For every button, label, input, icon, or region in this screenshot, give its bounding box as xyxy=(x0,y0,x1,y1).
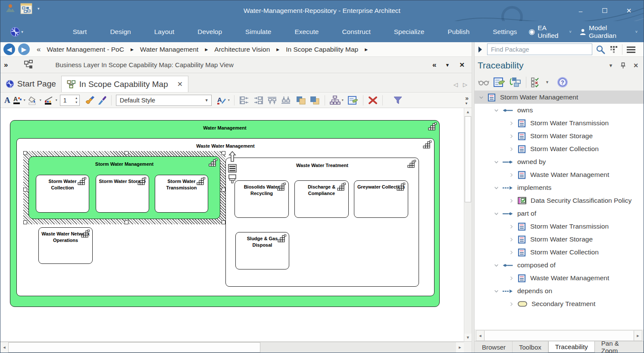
selection-handle[interactable] xyxy=(125,151,128,155)
selection-handle[interactable] xyxy=(23,188,27,192)
chevron-down-icon[interactable] xyxy=(493,211,499,217)
chevron-right-icon[interactable] xyxy=(508,133,514,139)
browse-grid-icon[interactable] xyxy=(609,45,619,54)
style-combobox[interactable]: Default Style▼ xyxy=(116,95,212,106)
breadcrumb-item[interactable]: Architecture Vision xyxy=(213,46,271,53)
chevron-right-icon[interactable] xyxy=(508,224,514,229)
minimize-button[interactable]: – xyxy=(569,2,593,19)
scroll-down-icon[interactable]: ▼ xyxy=(464,334,472,341)
tab-start-page[interactable]: Start Page xyxy=(0,76,61,92)
text-style-icon[interactable]: A ▾ xyxy=(216,96,230,105)
chevron-right-icon[interactable] xyxy=(508,146,514,152)
diagram-node-greywater-collection[interactable]: Greywater Collection xyxy=(354,180,408,218)
close-button[interactable]: ✕ xyxy=(617,2,641,19)
filter-icon[interactable] xyxy=(393,96,403,105)
send-back-icon[interactable] xyxy=(309,95,320,105)
panel-expand-icon[interactable] xyxy=(477,46,483,53)
horizontal-scroll-thumb[interactable] xyxy=(8,342,260,353)
chevron-down-icon[interactable] xyxy=(493,263,499,268)
bottom-tab-pan-zoom[interactable]: Pan & Zoom xyxy=(595,341,644,353)
bottom-tab-traceability[interactable]: Traceability xyxy=(548,341,595,353)
tree-item-owns[interactable]: owns xyxy=(475,104,644,117)
ribbon-tab-develop[interactable]: Develop xyxy=(186,24,234,40)
selection-handle[interactable] xyxy=(125,220,128,224)
selection-handle[interactable] xyxy=(23,151,27,155)
perspective-caret-icon[interactable]: ˅ xyxy=(569,30,572,34)
user-caret-icon[interactable]: ˅ xyxy=(635,30,638,34)
ribbon-tab-execute[interactable]: Execute xyxy=(283,24,330,40)
tree-item-waste-water-management[interactable]: Waste Water Management xyxy=(475,272,644,285)
spinner-down-icon[interactable]: ▼ xyxy=(75,100,78,105)
bottom-tab-browser[interactable]: Browser xyxy=(475,341,513,353)
breadcrumb-item[interactable]: In Scope Capability Map xyxy=(285,46,359,53)
panel-close-icon[interactable]: ✕ xyxy=(633,62,638,69)
caption-expand-icon[interactable]: » xyxy=(4,61,7,69)
panel-pin-icon[interactable] xyxy=(620,62,626,69)
align-bottom-icon[interactable] xyxy=(280,96,291,105)
chevron-right-icon[interactable] xyxy=(508,172,514,178)
selection-handle[interactable] xyxy=(222,220,225,224)
tree-item-data-security-classification-policy[interactable]: Data Security Classification Policy xyxy=(475,194,644,207)
help-icon[interactable]: ? xyxy=(556,76,569,88)
line-width-spinner[interactable]: 1 ▲▼ xyxy=(60,95,80,106)
diagram-canvas[interactable]: Water ManagementWaste Water ManagementSt… xyxy=(0,108,472,342)
chevron-right-icon[interactable] xyxy=(508,198,514,204)
vertical-scroll-thumb[interactable] xyxy=(465,116,471,202)
caption-close-icon[interactable]: ✕ xyxy=(459,61,465,69)
tree-item-storm-water-collection[interactable]: Storm Water Collection xyxy=(475,246,644,259)
search-icon[interactable] xyxy=(595,44,606,55)
quick-compartments-icon[interactable] xyxy=(228,164,237,173)
maximize-button[interactable]: ☐ xyxy=(593,2,617,19)
ribbon-tab-settings[interactable]: Settings xyxy=(481,24,528,40)
bottom-tab-toolbox[interactable]: Toolbox xyxy=(513,341,548,353)
chevron-right-icon[interactable] xyxy=(508,237,514,242)
diagram-node-biosolids-water-recycling[interactable]: Biosolids Water Recycling xyxy=(234,180,289,218)
breadcrumb-item[interactable]: Water Management xyxy=(139,46,200,53)
selection-handle[interactable] xyxy=(222,188,225,192)
font-color-icon[interactable]: A ▾ xyxy=(13,96,25,105)
hamburger-icon[interactable] xyxy=(626,45,636,54)
tree-item-owned-by[interactable]: owned by xyxy=(475,155,644,168)
scroll-right-icon[interactable]: ► xyxy=(456,342,464,353)
nav-forward-button[interactable]: ▶ xyxy=(18,43,30,55)
canvas-horizontal-scrollbar[interactable]: ◄ ► xyxy=(0,342,464,353)
insert-related-icon[interactable] xyxy=(509,77,522,88)
panel-scroll-left-icon[interactable]: ◄ xyxy=(476,331,484,341)
align-top-icon[interactable] xyxy=(266,96,278,105)
diagram-node-sludge-gas-disposal[interactable]: Sludge & Gas Disposal xyxy=(235,232,289,269)
user-label[interactable]: Model Guardian xyxy=(589,24,632,40)
ribbon-tab-design[interactable]: Design xyxy=(98,24,142,40)
tree-item-implements[interactable]: implements xyxy=(475,181,644,194)
align-right-icon[interactable] xyxy=(253,96,264,105)
tree-item-part-of[interactable]: part of xyxy=(475,207,644,220)
diagram-node-storm-water-collection[interactable]: Storm Water Collection xyxy=(36,175,89,213)
tree-item-storm-water-transmission[interactable]: Storm Water Transmission xyxy=(475,220,644,233)
autolayout-icon[interactable]: ▾ xyxy=(329,95,344,105)
tab-scroll-right-icon[interactable]: ▷ xyxy=(463,81,467,88)
caption-pin-left-icon[interactable]: « xyxy=(432,61,435,69)
spinner-up-icon[interactable]: ▲ xyxy=(75,96,78,100)
chevron-right-icon[interactable] xyxy=(508,121,514,126)
panel-scroll-thumb[interactable] xyxy=(484,331,634,341)
panel-scroll-right-icon[interactable]: ► xyxy=(634,331,642,341)
format-painter-icon[interactable] xyxy=(84,96,95,105)
chevron-down-icon[interactable] xyxy=(493,185,499,191)
bring-front-icon[interactable] xyxy=(295,95,306,105)
font-dialog-icon[interactable]: A xyxy=(4,96,10,105)
panel-menu-caret-icon[interactable]: ▼ xyxy=(608,63,613,68)
ribbon-tab-specialize[interactable]: Specialize xyxy=(382,24,436,40)
tree-item-storm-water-storage[interactable]: Storm Water Storage xyxy=(475,130,644,142)
fill-color-icon[interactable]: ▾ xyxy=(28,96,41,105)
tree-item-storm-water-storage[interactable]: Storm Water Storage xyxy=(475,233,644,246)
chevron-down-icon[interactable] xyxy=(493,159,499,165)
ribbon-tab-publish[interactable]: Publish xyxy=(436,24,481,40)
tree-item-composed-of[interactable]: composed of xyxy=(475,259,644,272)
ribbon-tab-simulate[interactable]: Simulate xyxy=(234,24,283,40)
perspective-label[interactable]: EA Unified xyxy=(538,24,566,40)
quick-move-up-icon[interactable] xyxy=(228,151,237,162)
properties-form-icon[interactable] xyxy=(493,77,505,87)
line-color-icon[interactable]: ▾ xyxy=(44,96,57,105)
find-package-input[interactable] xyxy=(487,43,592,55)
chevron-right-icon[interactable] xyxy=(508,301,514,307)
quick-anchor-icon[interactable] xyxy=(228,174,237,184)
